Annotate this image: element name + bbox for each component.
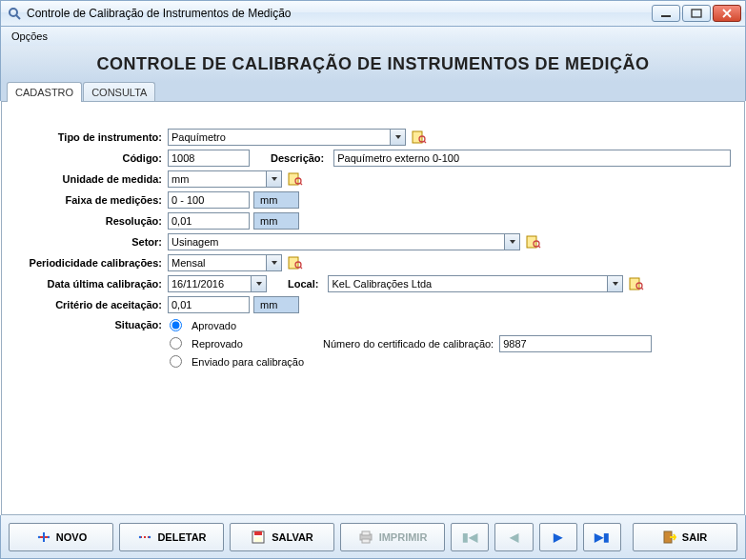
svg-point-26: [48, 535, 50, 537]
svg-rect-4: [692, 10, 701, 17]
chevron-down-icon: [504, 234, 519, 250]
svg-rect-3: [661, 15, 671, 17]
lookup-tipo-instrumento-icon[interactable]: [410, 129, 429, 146]
resolucao-value: 0,01: [171, 215, 192, 227]
local-combo[interactable]: KeL Calibrações Ltda: [328, 275, 623, 292]
setor-combo[interactable]: Usinagem: [168, 233, 520, 250]
tipo-instrumento-combo[interactable]: Paquímetro: [168, 129, 406, 146]
radio-reprovado[interactable]: Reprovado: [168, 335, 304, 351]
tab-strip: CADASTRO CONSULTA: [0, 82, 746, 101]
svg-line-15: [538, 246, 540, 248]
radio-aprovado-input[interactable]: [170, 319, 182, 331]
sair-label: SAIR: [682, 531, 707, 543]
nav-first-button[interactable]: ▮◀: [451, 523, 489, 551]
label-descricao: Descrição:: [253, 152, 330, 164]
print-icon: [358, 530, 373, 544]
label-periodicidade: Periodicidade calibrações:: [15, 257, 168, 269]
unidade-medida-combo[interactable]: mm: [168, 170, 282, 188]
title-bar: Controle de Calibração de Instrumentos d…: [0, 0, 746, 27]
novo-button[interactable]: NOVO: [9, 523, 113, 551]
faixa-medicoes-value: 0 - 100: [171, 194, 204, 206]
chevron-down-icon: [266, 171, 281, 187]
num-certificado-input[interactable]: 9887: [499, 335, 652, 352]
nav-last-button[interactable]: ▶▮: [583, 523, 621, 551]
tab-cadastro[interactable]: CADASTRO: [7, 82, 82, 102]
resolucao-input[interactable]: 0,01: [168, 212, 250, 230]
descricao-input[interactable]: Paquímetro externo 0-100: [333, 150, 731, 167]
last-icon: ▶▮: [595, 530, 610, 544]
svg-line-18: [300, 267, 302, 269]
next-icon: ▶: [554, 530, 562, 544]
label-faixa-medicoes: Faixa de medições:: [15, 194, 168, 206]
lookup-local-icon[interactable]: [627, 275, 646, 292]
label-setor: Setor:: [15, 236, 168, 248]
lookup-unidade-icon[interactable]: [286, 170, 305, 188]
radio-reprovado-label: Reprovado: [192, 338, 243, 350]
setor-value: Usinagem: [171, 236, 219, 248]
nav-next-button[interactable]: ▶: [539, 523, 577, 551]
page-title: CONTROLE DE CALIBRAÇÃO DE INSTRUMENTOS D…: [0, 46, 746, 82]
periodicidade-combo[interactable]: Mensal: [168, 254, 282, 271]
form-panel: Tipo de instrumento: Paquímetro Código: …: [1, 101, 745, 515]
novo-label: NOVO: [56, 531, 87, 543]
svg-rect-31: [254, 531, 262, 535]
chevron-down-icon: [266, 255, 281, 270]
data-ultima-datepicker[interactable]: 16/11/2016: [168, 275, 267, 292]
menu-bar: Opções: [0, 27, 746, 46]
deletar-label: DELETAR: [157, 531, 206, 543]
svg-point-25: [38, 535, 40, 537]
sair-button[interactable]: SAIR: [633, 523, 737, 551]
faixa-medicoes-input[interactable]: 0 - 100: [168, 191, 250, 209]
radio-enviado-input[interactable]: [170, 355, 182, 368]
label-codigo: Código:: [15, 152, 168, 164]
toolbar: NOVO DELETAR SALVAR IMPRIMIR ▮◀ ◀ ▶ ▶▮ S…: [0, 515, 746, 559]
radio-reprovado-input[interactable]: [170, 337, 182, 350]
plus-icon: [35, 530, 50, 544]
svg-line-1: [16, 15, 20, 19]
criterio-unit-value: mm: [260, 299, 277, 310]
radio-aprovado[interactable]: Aprovado: [168, 317, 304, 333]
descricao-value: Paquímetro externo 0-100: [337, 152, 459, 164]
salvar-button[interactable]: SALVAR: [230, 523, 334, 551]
resolucao-unit-value: mm: [260, 215, 277, 227]
close-button[interactable]: [713, 5, 741, 22]
page-title-text: CONTROLE DE CALIBRAÇÃO DE INSTRUMENTOS D…: [96, 54, 649, 74]
nav-prev-button[interactable]: ◀: [494, 523, 533, 551]
tab-consulta-label: CONSULTA: [91, 87, 147, 98]
svg-point-0: [10, 9, 17, 16]
label-num-certificado: Número do certificado de calibração:: [323, 338, 494, 350]
criterio-unit-box: mm: [253, 296, 299, 313]
lookup-setor-icon[interactable]: [524, 233, 543, 250]
imprimir-button[interactable]: IMPRIMIR: [340, 523, 445, 551]
lookup-periodicidade-icon[interactable]: [286, 254, 305, 271]
first-icon: ▮◀: [462, 530, 477, 544]
maximize-button[interactable]: [682, 5, 711, 22]
criterio-value: 0,01: [171, 299, 192, 310]
unidade-medida-value: mm: [171, 173, 189, 185]
deletar-button[interactable]: DELETAR: [119, 523, 224, 551]
codigo-input[interactable]: 1008: [168, 150, 250, 167]
radio-enviado[interactable]: Enviado para calibração: [168, 353, 304, 370]
label-data-ultima: Data última calibração:: [15, 278, 168, 290]
svg-line-9: [424, 141, 426, 143]
radio-enviado-label: Enviado para calibração: [192, 356, 304, 368]
menu-opcoes[interactable]: Opções: [7, 29, 52, 44]
app-icon: [7, 6, 22, 21]
criterio-input[interactable]: 0,01: [168, 296, 250, 313]
minimize-button[interactable]: [652, 5, 680, 22]
exit-icon: [663, 530, 676, 544]
svg-rect-35: [362, 539, 370, 543]
label-unidade-medida: Unidade de medida:: [15, 173, 168, 185]
chevron-down-icon: [251, 276, 266, 291]
prev-icon: ◀: [510, 530, 518, 544]
tipo-instrumento-value: Paquímetro: [171, 131, 226, 143]
num-certificado-value: 9887: [503, 338, 526, 350]
faixa-unit-value: mm: [260, 194, 277, 206]
periodicidade-value: Mensal: [171, 257, 205, 269]
svg-rect-32: [254, 537, 262, 542]
tab-consulta[interactable]: CONSULTA: [83, 82, 155, 101]
svg-line-12: [300, 183, 302, 185]
svg-point-28: [139, 535, 141, 537]
faixa-unit-box: mm: [253, 191, 299, 209]
chevron-down-icon: [390, 130, 405, 145]
